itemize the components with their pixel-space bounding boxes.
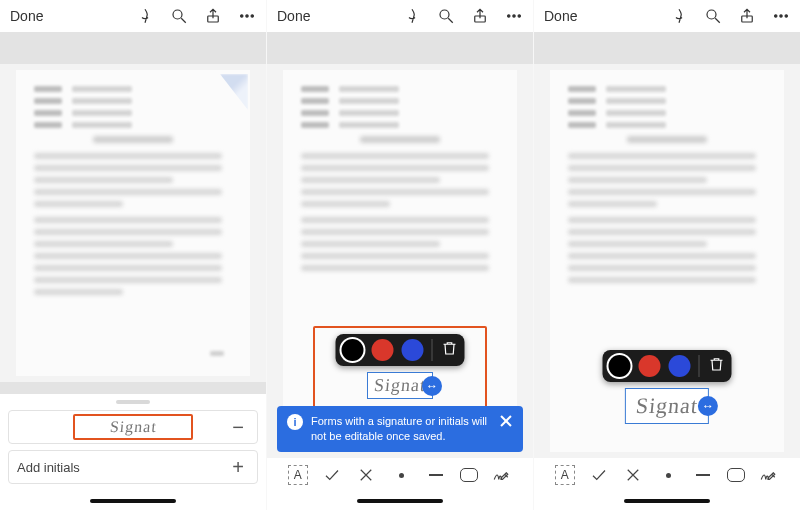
placed-signature[interactable]: Signat ↔ bbox=[625, 388, 709, 424]
color-swatch-red[interactable] bbox=[372, 339, 394, 361]
delete-signature-button[interactable] bbox=[708, 355, 726, 377]
signature-row[interactable]: Signat − bbox=[8, 410, 258, 444]
document-area[interactable]: Signat ↔ i Forms with a signature or ini… bbox=[267, 64, 533, 458]
pen-icon[interactable] bbox=[136, 7, 154, 25]
done-button[interactable]: Done bbox=[544, 8, 577, 24]
svg-point-4 bbox=[246, 15, 248, 17]
divider bbox=[699, 355, 700, 377]
screen-3-signature-placed: Done bbox=[534, 0, 800, 510]
signature-tool[interactable] bbox=[757, 464, 779, 486]
gray-band-top bbox=[0, 32, 266, 64]
topbar: Done bbox=[267, 0, 533, 32]
share-icon[interactable] bbox=[738, 7, 756, 25]
fillsign-toolbar: A bbox=[267, 458, 533, 492]
color-picker-popover bbox=[336, 334, 465, 366]
more-icon[interactable] bbox=[505, 7, 523, 25]
color-swatch-red[interactable] bbox=[639, 355, 661, 377]
document-page bbox=[16, 70, 250, 376]
resize-handle[interactable]: ↔ bbox=[422, 376, 442, 396]
svg-point-17 bbox=[785, 15, 787, 17]
svg-point-9 bbox=[508, 15, 510, 17]
color-picker-popover bbox=[603, 350, 732, 382]
svg-point-15 bbox=[775, 15, 777, 17]
resize-handle[interactable]: ↔ bbox=[698, 396, 718, 416]
line-tool[interactable] bbox=[425, 464, 447, 486]
svg-point-0 bbox=[173, 10, 182, 19]
done-button[interactable]: Done bbox=[277, 8, 310, 24]
cross-tool[interactable] bbox=[355, 464, 377, 486]
svg-point-5 bbox=[251, 15, 253, 17]
search-icon[interactable] bbox=[170, 7, 188, 25]
share-icon[interactable] bbox=[204, 7, 222, 25]
screen-1-signature-tray: Done bbox=[0, 0, 267, 510]
svg-point-10 bbox=[513, 15, 515, 17]
svg-line-7 bbox=[448, 18, 453, 23]
home-indicator bbox=[0, 492, 266, 510]
signature-content: Signat bbox=[373, 375, 427, 396]
gray-band-top bbox=[267, 32, 533, 64]
signature-content: Signat bbox=[635, 393, 700, 419]
home-indicator bbox=[534, 492, 800, 510]
more-icon[interactable] bbox=[238, 7, 256, 25]
svg-point-16 bbox=[780, 15, 782, 17]
roundrect-tool[interactable] bbox=[727, 468, 745, 482]
remove-signature-button[interactable]: − bbox=[227, 417, 249, 437]
cross-tool[interactable] bbox=[622, 464, 644, 486]
textbox-tool[interactable]: A bbox=[288, 465, 308, 485]
home-indicator bbox=[267, 492, 533, 510]
gray-band-top bbox=[534, 32, 800, 64]
drag-handle[interactable] bbox=[116, 400, 150, 404]
delete-signature-button[interactable] bbox=[441, 339, 459, 361]
checkmark-tool[interactable] bbox=[588, 464, 610, 486]
add-initials-row[interactable]: Add initials + bbox=[8, 450, 258, 484]
document-area[interactable]: Signat ↔ bbox=[534, 64, 800, 458]
color-swatch-black[interactable] bbox=[342, 339, 364, 361]
svg-point-12 bbox=[707, 10, 716, 19]
topbar: Done bbox=[534, 0, 800, 32]
more-icon[interactable] bbox=[772, 7, 790, 25]
info-icon: i bbox=[287, 414, 303, 430]
add-initials-button[interactable]: + bbox=[227, 457, 249, 477]
signature-tool[interactable] bbox=[490, 464, 512, 486]
banner-message: Forms with a signature or initials will … bbox=[311, 414, 491, 444]
roundrect-tool[interactable] bbox=[460, 468, 478, 482]
topbar: Done bbox=[0, 0, 266, 32]
add-initials-label: Add initials bbox=[17, 460, 80, 475]
banner-close-button[interactable] bbox=[499, 414, 513, 428]
document-area[interactable] bbox=[0, 64, 266, 382]
search-icon[interactable] bbox=[437, 7, 455, 25]
color-swatch-blue[interactable] bbox=[402, 339, 424, 361]
pen-icon[interactable] bbox=[670, 7, 688, 25]
dot-tool[interactable] bbox=[657, 464, 679, 486]
textbox-tool[interactable]: A bbox=[555, 465, 575, 485]
svg-line-1 bbox=[181, 18, 186, 23]
svg-line-13 bbox=[715, 18, 720, 23]
gray-band-bottom bbox=[0, 382, 266, 394]
placed-signature[interactable]: Signat ↔ bbox=[367, 372, 433, 399]
svg-point-11 bbox=[518, 15, 520, 17]
share-icon[interactable] bbox=[471, 7, 489, 25]
divider bbox=[432, 339, 433, 361]
screen-2-signature-placed-with-banner: Done bbox=[267, 0, 534, 510]
svg-point-3 bbox=[241, 15, 243, 17]
line-tool[interactable] bbox=[692, 464, 714, 486]
color-swatch-black[interactable] bbox=[609, 355, 631, 377]
checkmark-tool[interactable] bbox=[321, 464, 343, 486]
signature-preview[interactable]: Signat bbox=[73, 414, 193, 440]
dot-tool[interactable] bbox=[390, 464, 412, 486]
info-banner: i Forms with a signature or initials wil… bbox=[277, 406, 523, 452]
pen-icon[interactable] bbox=[403, 7, 421, 25]
signature-tray: Signat − Add initials + bbox=[0, 394, 266, 492]
svg-point-6 bbox=[440, 10, 449, 19]
fillsign-toolbar: A bbox=[534, 458, 800, 492]
done-button[interactable]: Done bbox=[10, 8, 43, 24]
search-icon[interactable] bbox=[704, 7, 722, 25]
color-swatch-blue[interactable] bbox=[669, 355, 691, 377]
